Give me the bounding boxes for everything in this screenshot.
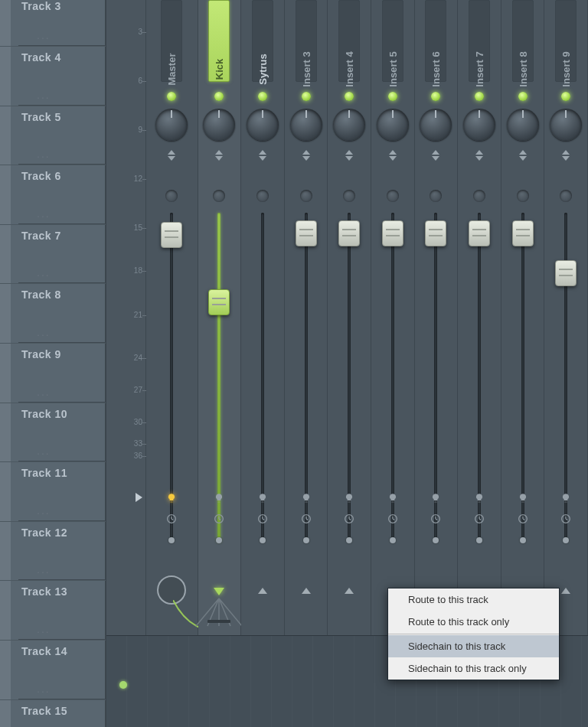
- playlist-track-row[interactable]: Track 12 ...: [0, 522, 106, 582]
- mixer-channel[interactable]: Insert 6: [415, 0, 459, 635]
- stereo-separation-control[interactable]: [339, 150, 359, 161]
- pan-knob[interactable]: [550, 109, 582, 141]
- stereo-separation-control[interactable]: [556, 150, 576, 161]
- record-arm-icon[interactable]: [387, 513, 399, 525]
- dock-indicator[interactable]: [216, 537, 222, 543]
- volume-fader-cap[interactable]: [512, 220, 534, 246]
- fx-enable-bulb-icon[interactable]: [214, 493, 224, 504]
- stereo-separation-control[interactable]: [513, 150, 533, 161]
- record-arm-icon[interactable]: [165, 513, 178, 525]
- fx-enable-bulb-icon[interactable]: [301, 493, 312, 504]
- mute-led[interactable]: [258, 92, 267, 101]
- dock-indicator[interactable]: [260, 537, 266, 543]
- playlist-track-row[interactable]: Track 4 ...: [0, 47, 106, 106]
- record-arm-icon[interactable]: [343, 513, 355, 525]
- route-selector-caret-icon[interactable]: [345, 588, 354, 594]
- fx-enable-bulb-icon[interactable]: [166, 493, 177, 504]
- menu-item-sidechain-only[interactable]: Sidechain to this track only: [388, 657, 559, 680]
- playlist-track-row[interactable]: Track 8 ...: [0, 284, 106, 344]
- fx-enable-bulb-icon[interactable]: [387, 493, 398, 504]
- playlist-track-row[interactable]: Track 3 ...: [0, 0, 106, 47]
- playlist-track-row[interactable]: Track 13 ...: [0, 581, 106, 641]
- record-arm-icon[interactable]: [256, 513, 269, 525]
- playlist-track-row[interactable]: Track 6 ...: [0, 165, 106, 225]
- record-arm-icon[interactable]: [430, 513, 442, 525]
- stereo-separation-control[interactable]: [469, 150, 489, 161]
- record-arm-icon[interactable]: [473, 513, 485, 525]
- dock-indicator[interactable]: [520, 537, 526, 543]
- record-arm-icon[interactable]: [560, 513, 572, 525]
- mixer-channel[interactable]: Insert 4: [328, 0, 371, 635]
- ruler-pointer-icon[interactable]: [136, 493, 142, 502]
- dock-indicator[interactable]: [476, 537, 482, 543]
- dock-indicator[interactable]: [390, 537, 396, 543]
- fx-enable-bulb-icon[interactable]: [560, 493, 571, 504]
- pan-knob[interactable]: [377, 109, 409, 141]
- mute-led[interactable]: [431, 92, 440, 101]
- volume-fader-cap[interactable]: [208, 289, 230, 315]
- fx-enable-bulb-icon[interactable]: [474, 493, 485, 504]
- fx-slot-indicator[interactable]: [517, 190, 529, 202]
- record-arm-icon[interactable]: [517, 513, 529, 525]
- route-selector-caret-icon[interactable]: [302, 588, 311, 594]
- stereo-separation-control[interactable]: [253, 150, 273, 161]
- mute-led[interactable]: [214, 92, 224, 101]
- pan-knob[interactable]: [203, 109, 235, 141]
- mixer-channel-master[interactable]: Master: [146, 0, 198, 635]
- output-route-knob[interactable]: [157, 575, 186, 605]
- dock-indicator[interactable]: [346, 537, 352, 543]
- mute-led[interactable]: [561, 92, 570, 101]
- fx-slot-indicator[interactable]: [560, 190, 572, 202]
- route-selector-caret-icon[interactable]: [258, 588, 267, 594]
- fx-enable-bulb-icon[interactable]: [430, 493, 441, 504]
- stereo-separation-control[interactable]: [426, 150, 446, 161]
- mixer-channel[interactable]: Kick: [198, 0, 242, 635]
- pan-knob[interactable]: [247, 109, 279, 141]
- volume-fader-cap[interactable]: [425, 220, 446, 246]
- fx-slot-indicator[interactable]: [430, 190, 442, 202]
- stereo-separation-control[interactable]: [162, 150, 181, 161]
- fx-slot-indicator[interactable]: [473, 190, 485, 202]
- playlist-track-row[interactable]: Track 11 ...: [0, 462, 106, 522]
- pan-knob[interactable]: [507, 109, 539, 141]
- volume-fader-cap[interactable]: [555, 260, 577, 286]
- dock-indicator[interactable]: [433, 537, 439, 543]
- playlist-track-row[interactable]: Track 10 ...: [0, 403, 106, 463]
- mixer-channel[interactable]: Insert 9: [544, 0, 588, 635]
- pan-knob[interactable]: [333, 109, 365, 141]
- fx-slot-indicator[interactable]: [256, 190, 269, 202]
- mute-led[interactable]: [345, 92, 354, 101]
- menu-item-sidechain[interactable]: Sidechain to this track: [388, 635, 559, 657]
- fx-slot-indicator[interactable]: [165, 190, 178, 202]
- mute-led[interactable]: [302, 92, 311, 101]
- route-selector-active[interactable]: [214, 588, 224, 595]
- fx-slot-indicator[interactable]: [387, 190, 399, 202]
- fx-enable-bulb-icon[interactable]: [257, 493, 268, 504]
- mixer-channel[interactable]: Insert 7: [458, 0, 501, 635]
- mixer-channel[interactable]: Insert 8: [501, 0, 545, 635]
- mute-led[interactable]: [167, 92, 176, 101]
- dock-indicator[interactable]: [563, 537, 569, 543]
- volume-fader-cap[interactable]: [296, 220, 317, 246]
- fx-enable-bulb-icon[interactable]: [518, 493, 528, 504]
- volume-fader-cap[interactable]: [382, 220, 403, 246]
- stereo-separation-control[interactable]: [383, 150, 403, 161]
- menu-item-route[interactable]: Route to this track: [388, 588, 559, 611]
- mute-led[interactable]: [475, 92, 484, 101]
- playlist-track-row[interactable]: Track 15 ...: [0, 700, 106, 727]
- record-arm-icon[interactable]: [213, 513, 225, 525]
- mixer-channel[interactable]: Insert 5: [371, 0, 415, 635]
- playlist-track-row[interactable]: Track 7 ...: [0, 225, 106, 285]
- mixer-channel[interactable]: Sytrus: [241, 0, 285, 635]
- volume-fader-cap[interactable]: [161, 222, 182, 248]
- record-arm-icon[interactable]: [300, 513, 312, 525]
- volume-fader-cap[interactable]: [338, 220, 360, 246]
- fx-slot-indicator[interactable]: [213, 190, 225, 202]
- stereo-separation-control[interactable]: [209, 150, 229, 161]
- fx-enable-bulb-icon[interactable]: [344, 493, 354, 504]
- pan-knob[interactable]: [420, 109, 452, 141]
- mute-led[interactable]: [388, 92, 397, 101]
- fx-slot-indicator[interactable]: [343, 190, 355, 202]
- route-selector-caret-icon[interactable]: [561, 588, 570, 594]
- playlist-track-row[interactable]: Track 5 ...: [0, 106, 106, 166]
